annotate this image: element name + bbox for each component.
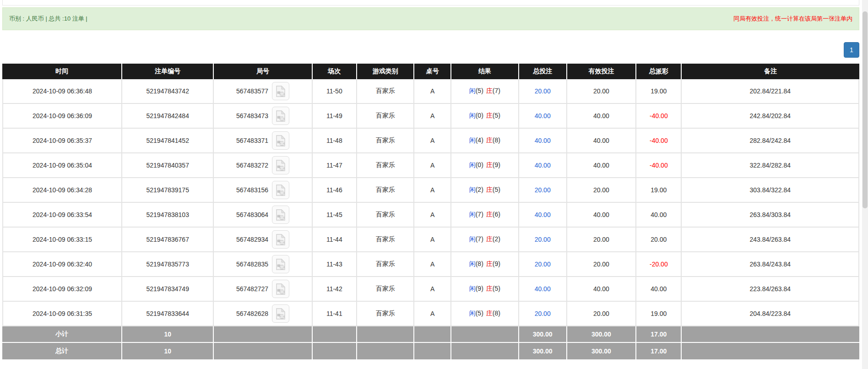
footer-result <box>451 343 519 359</box>
total-bet-link[interactable]: 20.00 <box>535 310 551 317</box>
footer-total-bet: 300.00 <box>519 326 567 343</box>
pagination-page-1-button[interactable]: 1 <box>844 42 859 58</box>
cell-result: 闲(2)庄(5) <box>451 178 519 203</box>
cell-remark: 303.84/322.84 <box>682 178 859 203</box>
cell-session: 11-49 <box>313 104 357 129</box>
cell-game-type: 百家乐 <box>357 277 414 302</box>
total-bet-link[interactable]: 20.00 <box>535 236 551 243</box>
vertical-scrollbar[interactable] <box>862 0 868 369</box>
cell-table-no: A <box>414 129 451 153</box>
col-header-remark: 备注 <box>682 64 859 79</box>
cell-game-type: 百家乐 <box>357 129 414 153</box>
payout-value: 19.00 <box>651 186 667 194</box>
footer-total-bet: 300.00 <box>519 343 567 359</box>
table-row: 2024-10-09 06:33:54521947838103567483064… <box>2 203 859 228</box>
video-replay-button[interactable] <box>272 255 289 273</box>
video-file-icon <box>276 135 285 147</box>
col-header-payout: 总派彩 <box>636 64 682 79</box>
payout-value: 40.00 <box>651 211 667 218</box>
result-banker: 庄(5) <box>486 112 500 120</box>
cell-table-no: A <box>414 203 451 228</box>
result-banker: 庄(9) <box>486 260 500 268</box>
col-header-time: 时间 <box>2 64 122 79</box>
total-bet-link[interactable]: 40.00 <box>535 162 551 169</box>
video-replay-button[interactable] <box>272 206 289 224</box>
video-replay-button[interactable] <box>272 230 289 249</box>
cell-time: 2024-10-09 06:33:15 <box>2 228 122 252</box>
table-row: 2024-10-09 06:32:09521947834749567482727… <box>2 277 859 302</box>
total-bet-link[interactable]: 40.00 <box>535 211 551 218</box>
footer-valid-bet: 300.00 <box>567 343 637 359</box>
payout-value: 20.00 <box>651 236 667 243</box>
cell-round-id: 567482727 <box>214 277 312 302</box>
cell-bet-id: 521947840357 <box>122 153 214 178</box>
cell-round-id: 567483577 <box>214 79 312 104</box>
footer-remark <box>682 343 859 359</box>
cell-total-bet: 20.00 <box>519 252 567 277</box>
notice-text: 同局有效投注，统一计算在该局第一张注单内 <box>733 15 852 23</box>
result-banker: 庄(7) <box>486 87 500 95</box>
cell-payout: 40.00 <box>636 277 682 302</box>
video-replay-button[interactable] <box>272 82 289 100</box>
cell-total-bet: 20.00 <box>519 178 567 203</box>
cell-total-bet: 20.00 <box>519 228 567 252</box>
cell-bet-id: 521947838103 <box>122 203 214 228</box>
result-banker: 庄(6) <box>486 211 500 219</box>
col-header-round-id: 局号 <box>214 64 312 79</box>
cell-round-id: 567482628 <box>214 302 312 326</box>
result-player: 闲(4) <box>469 136 483 145</box>
video-replay-button[interactable] <box>272 156 289 174</box>
cell-time: 2024-10-09 06:32:40 <box>2 252 122 277</box>
col-header-session: 场次 <box>313 64 357 79</box>
cell-remark: 263.84/243.84 <box>682 252 859 277</box>
cell-time: 2024-10-09 06:36:48 <box>2 79 122 104</box>
table-footer: 小计10300.00300.0017.00总计10300.00300.0017.… <box>2 326 859 359</box>
round-id-text: 567483064 <box>236 211 268 218</box>
video-replay-button[interactable] <box>272 304 289 323</box>
cell-remark: 202.84/221.84 <box>682 79 859 104</box>
scrollbar-thumb[interactable] <box>863 11 868 208</box>
grand-total-row: 总计10300.00300.0017.00 <box>2 343 859 359</box>
table-row: 2024-10-09 06:32:40521947835773567482835… <box>2 252 859 277</box>
total-bet-link[interactable]: 20.00 <box>535 186 551 194</box>
total-bet-link[interactable]: 40.00 <box>535 112 551 119</box>
total-bet-link[interactable]: 40.00 <box>535 285 551 293</box>
cell-payout: 20.00 <box>636 228 682 252</box>
table-row: 2024-10-09 06:35:37521947841452567483371… <box>2 129 859 153</box>
cell-valid-bet: 20.00 <box>567 302 637 326</box>
round-id-text: 567483473 <box>236 112 268 119</box>
cell-valid-bet: 40.00 <box>567 129 637 153</box>
cell-remark: 242.84/202.84 <box>682 104 859 129</box>
result-banker: 庄(8) <box>486 136 500 145</box>
payout-value: 19.00 <box>651 87 667 95</box>
footer-valid-bet: 300.00 <box>567 326 637 343</box>
cell-result: 闲(0)庄(9) <box>451 153 519 178</box>
cell-bet-id: 521947834749 <box>122 277 214 302</box>
result-player: 闲(8) <box>469 260 483 268</box>
cell-game-type: 百家乐 <box>357 79 414 104</box>
cell-round-id: 567482934 <box>214 228 312 252</box>
cell-round-id: 567483473 <box>214 104 312 129</box>
total-bet-link[interactable]: 20.00 <box>535 260 551 268</box>
video-file-icon <box>276 308 285 320</box>
cell-payout: -40.00 <box>636 129 682 153</box>
table-row: 2024-10-09 06:34:28521947839175567483156… <box>2 178 859 203</box>
cell-bet-id: 521947833644 <box>122 302 214 326</box>
cell-game-type: 百家乐 <box>357 178 414 203</box>
total-bet-link[interactable]: 20.00 <box>535 87 551 95</box>
result-player: 闲(7) <box>469 211 483 219</box>
cell-result: 闲(4)庄(8) <box>451 129 519 153</box>
col-header-table-no: 桌号 <box>414 64 451 79</box>
cell-payout: 19.00 <box>636 178 682 203</box>
video-replay-button[interactable] <box>272 280 289 298</box>
cell-result: 闲(7)庄(2) <box>451 228 519 252</box>
video-replay-button[interactable] <box>272 131 289 150</box>
total-bet-link[interactable]: 40.00 <box>535 137 551 144</box>
video-replay-button[interactable] <box>272 107 289 125</box>
result-banker: 庄(5) <box>486 285 500 293</box>
cell-valid-bet: 40.00 <box>567 203 637 228</box>
footer-game-type <box>357 326 414 343</box>
video-replay-button[interactable] <box>272 181 289 199</box>
footer-table-no <box>414 326 451 343</box>
cell-time: 2024-10-09 06:32:09 <box>2 277 122 302</box>
